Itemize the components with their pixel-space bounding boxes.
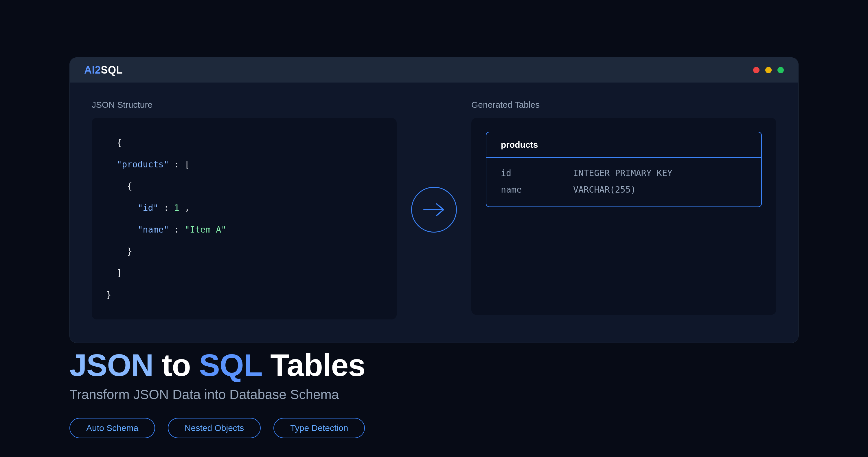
minimize-icon[interactable] <box>765 67 772 73</box>
json-pane: JSON Structure { "products" : [ { "id" :… <box>92 100 397 319</box>
close-icon[interactable] <box>753 67 760 73</box>
brand-part2: SQL <box>101 64 123 76</box>
hero-title-json: JSON <box>69 347 153 382</box>
brand-part1: AI2 <box>84 64 101 76</box>
json-code: { "products" : [ { "id" : 1 , "name" : "… <box>106 132 382 306</box>
hero-title-sql: SQL <box>199 347 262 382</box>
hero-title-tables: Tables <box>270 347 365 382</box>
window-titlebar: AI2SQL <box>70 58 798 83</box>
tables-pane: Generated Tables products idINTEGER PRIM… <box>471 100 776 319</box>
table-column-row: nameVARCHAR(255) <box>501 181 747 198</box>
hero-title: JSON to SQL Tables <box>69 349 799 381</box>
json-code-box: { "products" : [ { "id" : 1 , "name" : "… <box>92 118 397 319</box>
table-column-name: name <box>501 181 573 198</box>
hero-title-to: to <box>162 347 191 382</box>
tables-code-box: products idINTEGER PRIMARY KEYnameVARCHA… <box>471 118 776 315</box>
table-card: products idINTEGER PRIMARY KEYnameVARCHA… <box>486 132 762 207</box>
arrow-divider <box>411 187 457 233</box>
window-controls <box>753 67 784 73</box>
table-name: products <box>486 132 761 158</box>
table-column-name: id <box>501 165 573 181</box>
arrow-right-icon <box>411 187 457 233</box>
table-column-row: idINTEGER PRIMARY KEY <box>501 165 747 181</box>
feature-pill-row: Auto SchemaNested ObjectsType Detection <box>69 418 799 438</box>
feature-pill[interactable]: Auto Schema <box>69 418 155 438</box>
hero-section: JSON to SQL Tables Transform JSON Data i… <box>69 349 799 438</box>
maximize-icon[interactable] <box>777 67 784 73</box>
table-column-type: VARCHAR(255) <box>573 181 747 198</box>
feature-pill[interactable]: Type Detection <box>273 418 365 438</box>
hero-subtitle: Transform JSON Data into Database Schema <box>69 387 799 402</box>
tables-pane-title: Generated Tables <box>471 100 776 110</box>
page-container: AI2SQL JSON Structure { "products" : [ {… <box>0 0 868 450</box>
json-pane-title: JSON Structure <box>92 100 397 110</box>
brand-logo: AI2SQL <box>84 64 123 76</box>
feature-pill[interactable]: Nested Objects <box>168 418 261 438</box>
window-card: AI2SQL JSON Structure { "products" : [ {… <box>69 57 799 343</box>
table-column-type: INTEGER PRIMARY KEY <box>573 165 747 181</box>
table-columns: idINTEGER PRIMARY KEYnameVARCHAR(255) <box>486 158 761 206</box>
window-body: JSON Structure { "products" : [ { "id" :… <box>70 83 798 343</box>
